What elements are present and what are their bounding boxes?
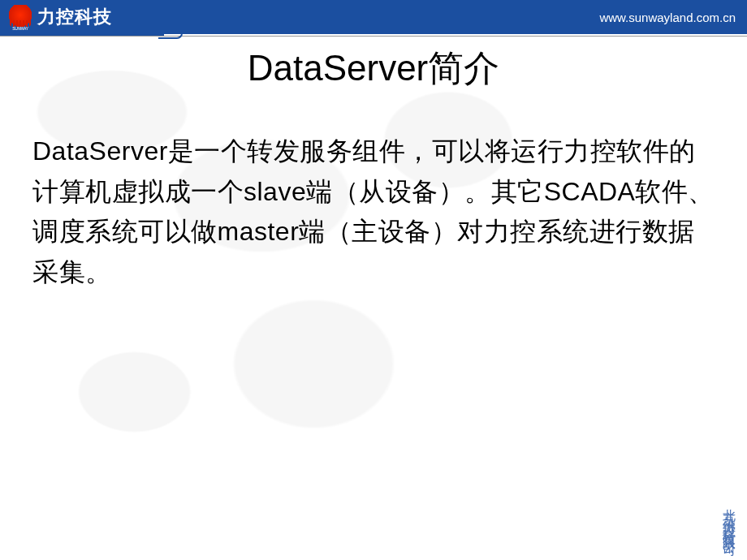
slide-content: DataServer简介 DataServer是一个转发服务组件，可以将运行力控…: [0, 37, 747, 292]
company-name-vertical: 北京三维力控科技有限公司: [720, 498, 737, 537]
brand-name: 力控科技: [37, 5, 112, 29]
logo-small-text: SUNWAY: [8, 26, 32, 31]
slide-body-text: DataServer是一个转发服务组件，可以将运行力控软件的计算机虚拟成一个sl…: [32, 131, 715, 292]
header-bar: SUNWAY 力控科技 www.sunwayland.com.cn: [0, 0, 747, 34]
header-divider: [0, 34, 747, 37]
sun-logo-icon: SUNWAY: [8, 5, 32, 29]
brand-logo: SUNWAY 力控科技: [8, 5, 112, 29]
header-divider-curve: [158, 33, 183, 39]
website-url: www.sunwayland.com.cn: [599, 11, 747, 24]
header-left: SUNWAY 力控科技: [0, 0, 122, 34]
slide-title: DataServer简介: [32, 45, 715, 93]
